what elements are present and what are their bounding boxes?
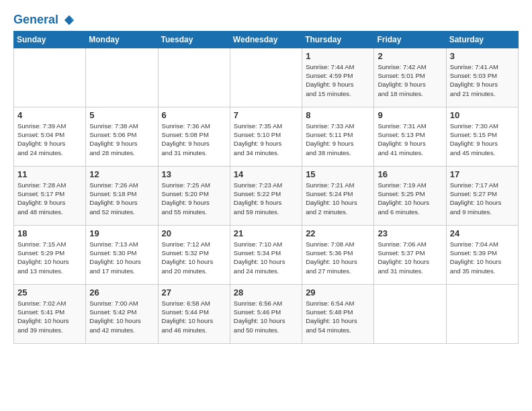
calendar-week-row: 25Sunrise: 7:02 AM Sunset: 5:41 PM Dayli… bbox=[14, 284, 519, 343]
calendar-cell: 17Sunrise: 7:17 AM Sunset: 5:27 PM Dayli… bbox=[446, 166, 518, 225]
calendar-cell: 26Sunrise: 7:00 AM Sunset: 5:42 PM Dayli… bbox=[86, 284, 158, 343]
day-info: Sunrise: 6:54 AM Sunset: 5:48 PM Dayligh… bbox=[306, 299, 370, 334]
day-number: 7 bbox=[234, 110, 298, 120]
day-number: 21 bbox=[234, 228, 298, 238]
day-number: 13 bbox=[162, 169, 226, 179]
day-info: Sunrise: 7:38 AM Sunset: 5:06 PM Dayligh… bbox=[89, 122, 154, 157]
day-number: 10 bbox=[450, 110, 515, 120]
calendar-cell: 11Sunrise: 7:28 AM Sunset: 5:17 PM Dayli… bbox=[14, 166, 86, 225]
calendar-cell: 7Sunrise: 7:35 AM Sunset: 5:10 PM Daylig… bbox=[230, 107, 302, 166]
calendar-cell: 13Sunrise: 7:25 AM Sunset: 5:20 PM Dayli… bbox=[158, 166, 230, 225]
day-info: Sunrise: 7:41 AM Sunset: 5:03 PM Dayligh… bbox=[450, 62, 515, 98]
day-number: 9 bbox=[378, 110, 442, 120]
day-info: Sunrise: 7:06 AM Sunset: 5:37 PM Dayligh… bbox=[378, 240, 442, 275]
day-info: Sunrise: 7:33 AM Sunset: 5:11 PM Dayligh… bbox=[306, 122, 370, 157]
day-info: Sunrise: 7:31 AM Sunset: 5:13 PM Dayligh… bbox=[378, 122, 442, 157]
column-header-tuesday: Tuesday bbox=[158, 31, 230, 48]
day-number: 17 bbox=[450, 169, 515, 179]
calendar-cell: 10Sunrise: 7:30 AM Sunset: 5:15 PM Dayli… bbox=[446, 107, 518, 166]
calendar-cell: 20Sunrise: 7:12 AM Sunset: 5:32 PM Dayli… bbox=[158, 225, 230, 284]
logo: General bbox=[13, 13, 75, 27]
calendar-cell: 16Sunrise: 7:19 AM Sunset: 5:25 PM Dayli… bbox=[374, 166, 446, 225]
day-number: 20 bbox=[162, 228, 226, 238]
calendar-week-row: 18Sunrise: 7:15 AM Sunset: 5:29 PM Dayli… bbox=[14, 225, 519, 284]
calendar-cell: 22Sunrise: 7:08 AM Sunset: 5:36 PM Dayli… bbox=[302, 225, 374, 284]
calendar-week-row: 1Sunrise: 7:44 AM Sunset: 4:59 PM Daylig… bbox=[14, 48, 519, 107]
calendar-cell: 5Sunrise: 7:38 AM Sunset: 5:06 PM Daylig… bbox=[86, 107, 158, 166]
calendar-cell: 3Sunrise: 7:41 AM Sunset: 5:03 PM Daylig… bbox=[446, 48, 518, 107]
calendar-table: SundayMondayTuesdayWednesdayThursdayFrid… bbox=[13, 31, 519, 344]
day-number: 6 bbox=[162, 110, 226, 120]
day-info: Sunrise: 7:28 AM Sunset: 5:17 PM Dayligh… bbox=[17, 181, 82, 216]
calendar-cell: 25Sunrise: 7:02 AM Sunset: 5:41 PM Dayli… bbox=[14, 284, 86, 343]
day-number: 15 bbox=[306, 169, 370, 179]
calendar-cell: 18Sunrise: 7:15 AM Sunset: 5:29 PM Dayli… bbox=[14, 225, 86, 284]
column-header-sunday: Sunday bbox=[14, 31, 86, 48]
day-number: 12 bbox=[89, 169, 154, 179]
day-number: 3 bbox=[450, 51, 515, 61]
day-info: Sunrise: 7:26 AM Sunset: 5:18 PM Dayligh… bbox=[89, 181, 154, 216]
calendar-cell bbox=[158, 48, 230, 107]
calendar-cell: 12Sunrise: 7:26 AM Sunset: 5:18 PM Dayli… bbox=[86, 166, 158, 225]
calendar-cell: 19Sunrise: 7:13 AM Sunset: 5:30 PM Dayli… bbox=[86, 225, 158, 284]
day-number: 2 bbox=[378, 51, 442, 61]
day-info: Sunrise: 7:44 AM Sunset: 4:59 PM Dayligh… bbox=[306, 62, 370, 98]
calendar-cell: 28Sunrise: 6:56 AM Sunset: 5:46 PM Dayli… bbox=[230, 284, 302, 343]
day-info: Sunrise: 7:04 AM Sunset: 5:39 PM Dayligh… bbox=[450, 240, 515, 275]
calendar-cell: 2Sunrise: 7:42 AM Sunset: 5:01 PM Daylig… bbox=[374, 48, 446, 107]
day-number: 26 bbox=[89, 287, 154, 298]
day-info: Sunrise: 7:39 AM Sunset: 5:04 PM Dayligh… bbox=[17, 122, 82, 157]
calendar-cell bbox=[230, 48, 302, 107]
day-info: Sunrise: 7:25 AM Sunset: 5:20 PM Dayligh… bbox=[162, 181, 226, 216]
day-info: Sunrise: 7:08 AM Sunset: 5:36 PM Dayligh… bbox=[306, 240, 370, 275]
calendar-cell bbox=[374, 284, 446, 343]
calendar-cell: 9Sunrise: 7:31 AM Sunset: 5:13 PM Daylig… bbox=[374, 107, 446, 166]
calendar-cell: 14Sunrise: 7:23 AM Sunset: 5:22 PM Dayli… bbox=[230, 166, 302, 225]
calendar-cell bbox=[86, 48, 158, 107]
day-number: 8 bbox=[306, 110, 370, 120]
day-info: Sunrise: 7:23 AM Sunset: 5:22 PM Dayligh… bbox=[234, 181, 298, 216]
column-header-thursday: Thursday bbox=[302, 31, 374, 48]
calendar-cell: 29Sunrise: 6:54 AM Sunset: 5:48 PM Dayli… bbox=[302, 284, 374, 343]
day-number: 11 bbox=[17, 169, 82, 179]
day-number: 22 bbox=[306, 228, 370, 238]
day-number: 1 bbox=[306, 51, 370, 61]
calendar-cell: 1Sunrise: 7:44 AM Sunset: 4:59 PM Daylig… bbox=[302, 48, 374, 107]
day-info: Sunrise: 7:15 AM Sunset: 5:29 PM Dayligh… bbox=[17, 240, 82, 275]
day-number: 14 bbox=[234, 169, 298, 179]
calendar-cell: 15Sunrise: 7:21 AM Sunset: 5:24 PM Dayli… bbox=[302, 166, 374, 225]
day-number: 28 bbox=[234, 287, 298, 298]
day-info: Sunrise: 7:10 AM Sunset: 5:34 PM Dayligh… bbox=[234, 240, 298, 275]
calendar-cell bbox=[446, 284, 518, 343]
calendar-cell: 27Sunrise: 6:58 AM Sunset: 5:44 PM Dayli… bbox=[158, 284, 230, 343]
day-info: Sunrise: 7:19 AM Sunset: 5:25 PM Dayligh… bbox=[378, 181, 442, 216]
calendar-cell: 6Sunrise: 7:36 AM Sunset: 5:08 PM Daylig… bbox=[158, 107, 230, 166]
column-header-wednesday: Wednesday bbox=[230, 31, 302, 48]
calendar-cell: 23Sunrise: 7:06 AM Sunset: 5:37 PM Dayli… bbox=[374, 225, 446, 284]
day-info: Sunrise: 7:00 AM Sunset: 5:42 PM Dayligh… bbox=[89, 299, 154, 334]
day-info: Sunrise: 7:13 AM Sunset: 5:30 PM Dayligh… bbox=[89, 240, 154, 275]
calendar-cell: 8Sunrise: 7:33 AM Sunset: 5:11 PM Daylig… bbox=[302, 107, 374, 166]
day-info: Sunrise: 7:36 AM Sunset: 5:08 PM Dayligh… bbox=[162, 122, 226, 157]
day-number: 23 bbox=[378, 228, 442, 238]
day-number: 27 bbox=[162, 287, 226, 298]
column-header-saturday: Saturday bbox=[446, 31, 518, 48]
day-info: Sunrise: 7:02 AM Sunset: 5:41 PM Dayligh… bbox=[17, 299, 82, 334]
day-number: 25 bbox=[17, 287, 82, 298]
day-info: Sunrise: 7:42 AM Sunset: 5:01 PM Dayligh… bbox=[378, 62, 442, 98]
day-number: 5 bbox=[89, 110, 154, 120]
day-number: 16 bbox=[378, 169, 442, 179]
day-number: 19 bbox=[89, 228, 154, 238]
day-info: Sunrise: 6:58 AM Sunset: 5:44 PM Dayligh… bbox=[162, 299, 226, 334]
day-number: 29 bbox=[306, 287, 370, 298]
day-info: Sunrise: 7:21 AM Sunset: 5:24 PM Dayligh… bbox=[306, 181, 370, 216]
page-header: General bbox=[13, 11, 519, 27]
day-info: Sunrise: 7:17 AM Sunset: 5:27 PM Dayligh… bbox=[450, 181, 515, 216]
calendar-header-row: SundayMondayTuesdayWednesdayThursdayFrid… bbox=[14, 31, 519, 48]
day-info: Sunrise: 6:56 AM Sunset: 5:46 PM Dayligh… bbox=[234, 299, 298, 334]
calendar-week-row: 11Sunrise: 7:28 AM Sunset: 5:17 PM Dayli… bbox=[14, 166, 519, 225]
calendar-cell bbox=[14, 48, 86, 107]
day-info: Sunrise: 7:30 AM Sunset: 5:15 PM Dayligh… bbox=[450, 122, 515, 157]
day-number: 24 bbox=[450, 228, 515, 238]
day-number: 4 bbox=[17, 110, 82, 120]
